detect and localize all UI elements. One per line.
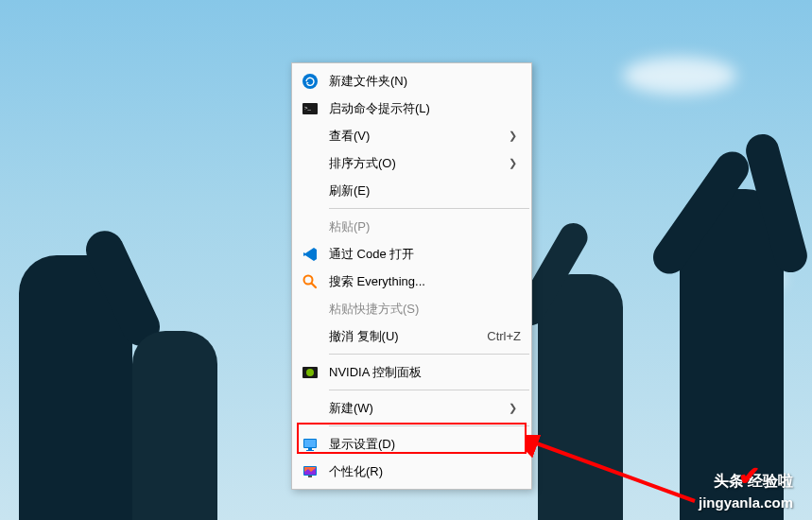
menu-item-sort[interactable]: 排序方式(O) ❯ xyxy=(293,149,530,177)
svg-point-0 xyxy=(302,74,318,89)
menu-item-label: 排序方式(O) xyxy=(329,155,521,172)
svg-text:>_: >_ xyxy=(304,105,312,111)
menu-item-personalize[interactable]: 个性化(R) xyxy=(293,458,530,485)
menu-item-label: 粘贴快捷方式(S) xyxy=(329,301,521,318)
menu-item-undo-copy[interactable]: 撤消 复制(U) Ctrl+Z xyxy=(293,322,530,350)
chevron-right-icon: ❯ xyxy=(509,130,517,142)
desktop-context-menu: 新建文件夹(N) >_ 启动命令提示符(L) 查看(V) ❯ 排序方式(O) ❯… xyxy=(291,62,532,490)
menu-item-label: 通过 Code 打开 xyxy=(329,246,521,263)
menu-item-paste: 粘贴(P) xyxy=(293,213,530,240)
cloud-decoration xyxy=(623,57,736,95)
terminal-icon: >_ xyxy=(302,100,319,117)
menu-item-new-folder[interactable]: 新建文件夹(N) xyxy=(293,67,530,95)
refresh-circle-icon xyxy=(302,73,319,90)
menu-item-nvidia-control-panel[interactable]: NVIDIA 控制面板 xyxy=(293,358,530,386)
svg-point-6 xyxy=(306,369,314,376)
watermark-url: jingyanla.com xyxy=(699,494,793,511)
menu-separator xyxy=(329,208,529,209)
menu-item-label: 新建(W) xyxy=(329,400,521,417)
menu-separator xyxy=(329,354,529,355)
personalize-icon xyxy=(302,463,319,480)
chevron-right-icon: ❯ xyxy=(509,157,517,169)
search-icon xyxy=(302,273,319,290)
menu-separator xyxy=(329,390,529,390)
svg-rect-13 xyxy=(308,476,312,477)
menu-item-display-settings[interactable]: 显示设置(D) xyxy=(293,430,530,458)
menu-separator xyxy=(329,425,529,426)
menu-item-shortcut: Ctrl+Z xyxy=(487,329,521,343)
svg-rect-9 xyxy=(308,448,312,450)
menu-item-new[interactable]: 新建(W) ❯ xyxy=(293,394,530,422)
menu-item-label: 新建文件夹(N) xyxy=(329,73,521,90)
menu-item-search-everything[interactable]: 搜索 Everything... xyxy=(293,268,530,295)
menu-item-open-with-code[interactable]: 通过 Code 打开 xyxy=(293,240,530,268)
menu-item-label: 搜索 Everything... xyxy=(329,273,521,290)
menu-item-label: 撤消 复制(U) xyxy=(329,328,487,345)
menu-item-label: 查看(V) xyxy=(329,128,521,145)
svg-rect-10 xyxy=(306,450,314,451)
menu-item-paste-shortcut: 粘贴快捷方式(S) xyxy=(293,295,530,322)
chevron-right-icon: ❯ xyxy=(509,402,517,414)
menu-item-refresh[interactable]: 刷新(E) xyxy=(293,177,530,204)
vscode-icon xyxy=(302,246,319,263)
menu-item-command-prompt[interactable]: >_ 启动命令提示符(L) xyxy=(293,95,530,122)
menu-item-label: NVIDIA 控制面板 xyxy=(329,364,521,381)
menu-item-label: 个性化(R) xyxy=(329,463,521,480)
menu-item-label: 刷新(E) xyxy=(329,182,521,199)
menu-item-view[interactable]: 查看(V) ❯ xyxy=(293,122,530,149)
nvidia-icon xyxy=(302,364,319,381)
menu-item-label: 启动命令提示符(L) xyxy=(329,100,521,117)
svg-rect-8 xyxy=(304,440,316,447)
menu-item-label: 显示设置(D) xyxy=(329,436,521,453)
menu-item-label: 粘贴(P) xyxy=(329,218,521,235)
display-icon xyxy=(302,436,319,453)
svg-line-4 xyxy=(312,283,317,287)
watermark-checkmark-icon: ✔ xyxy=(738,460,760,492)
